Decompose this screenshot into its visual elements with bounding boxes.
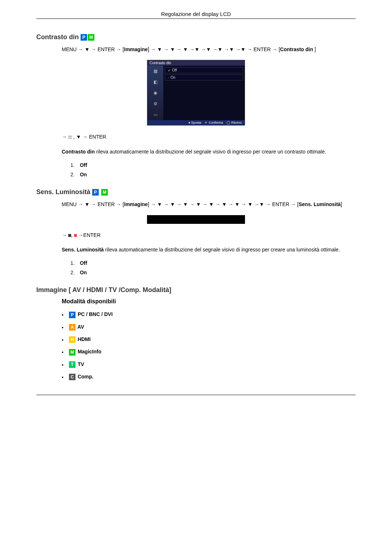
options-list-sensluminos: 1. Off 2. On bbox=[62, 260, 356, 275]
list-num: 2. bbox=[70, 172, 78, 177]
osd-foot-return: ◯ Ritorno bbox=[226, 121, 242, 124]
path-bold: Sens. Luminosità bbox=[299, 201, 341, 207]
nav-line-contrasto: → , ▼ → ENTER bbox=[62, 133, 356, 141]
badge-m-icon: M bbox=[101, 189, 108, 196]
osd-icon: ◉ bbox=[147, 87, 163, 98]
osd-icon: ⚙ bbox=[147, 98, 163, 109]
osd-footer: ♦ Sposta ↵ Conferma ◯ Ritorno bbox=[147, 120, 245, 125]
osd-main: ✔Off ▫On bbox=[163, 66, 245, 120]
badge-p-icon: P bbox=[69, 312, 75, 318]
list-num: 1. bbox=[70, 162, 78, 168]
osd-screenshot-sensluminos bbox=[36, 215, 356, 224]
nav-suffix: →ENTER bbox=[77, 232, 101, 238]
list-label: Off bbox=[80, 162, 87, 168]
desc-sensluminos: Sens. Luminosità rileva automaticamente … bbox=[62, 246, 356, 254]
page-header: Regolazione del display LCD bbox=[36, 11, 356, 19]
osd-opt-label: Off bbox=[172, 68, 177, 72]
osd-foot-move: ♦ Sposta bbox=[188, 121, 201, 124]
path-text: ] bbox=[314, 46, 316, 52]
mode-item-comp: C Comp. bbox=[62, 374, 356, 380]
mode-item-magicinfo: M MagicInfo bbox=[62, 349, 356, 355]
desc-body: rileva automaticamente la distribuzione … bbox=[104, 247, 340, 253]
section-contrasto-title: Contrasto din PM bbox=[36, 33, 356, 41]
modes-list: P PC / BNC / DVI A AV H HDMI M MagicInfo… bbox=[62, 311, 356, 380]
list-label: On bbox=[80, 270, 87, 275]
desc-prefix: Contrasto din bbox=[62, 149, 95, 155]
nav-mid: , bbox=[71, 232, 74, 238]
list-num: 1. bbox=[70, 260, 78, 266]
badge-a-icon: A bbox=[69, 324, 75, 331]
badge-t-icon: T bbox=[69, 361, 75, 368]
badge-h-icon: H bbox=[69, 336, 75, 343]
list-item: 2. On bbox=[62, 172, 356, 177]
mode-label: HDMI bbox=[76, 336, 91, 342]
menu-path-contrasto: MENU → ▼ → ENTER → [Immagine] → ▼ → ▼ → … bbox=[62, 45, 356, 53]
list-label: Off bbox=[80, 260, 87, 266]
nav-suffix: , ▼ → ENTER bbox=[72, 134, 106, 140]
path-immagine: Immagine bbox=[124, 201, 148, 207]
mode-item-pc: P PC / BNC / DVI bbox=[62, 311, 356, 318]
badge-c-icon: C bbox=[69, 374, 75, 380]
section-title-text: Contrasto din bbox=[36, 33, 79, 41]
path-text: MENU → ▼ → ENTER → [ bbox=[62, 46, 124, 52]
nav-line-sensluminos: → , →ENTER bbox=[62, 231, 356, 239]
badge-p-icon: P bbox=[92, 189, 99, 196]
osd-foot-confirm: ↵ Conferma bbox=[205, 121, 223, 124]
desc-contrasto: Contrasto din rileva automaticamente la … bbox=[62, 148, 356, 156]
osd-sidebar: ▦ ◧ ◉ ⚙ ▭ bbox=[147, 66, 163, 120]
mode-label: PC / BNC / DVI bbox=[76, 311, 113, 317]
badge-m-icon: M bbox=[69, 349, 75, 356]
check-icon: ✔ bbox=[168, 69, 171, 72]
desc-prefix: Sens. Luminosità bbox=[62, 247, 104, 253]
nav-icon bbox=[68, 136, 72, 139]
desc-body: rileva automaticamente la distribuzione … bbox=[95, 149, 326, 155]
mode-item-tv: T TV bbox=[62, 361, 356, 368]
page-title: Regolazione del display LCD bbox=[161, 11, 231, 17]
path-bold: Contrasto din bbox=[280, 46, 315, 52]
options-list-contrasto: 1. Off 2. On bbox=[62, 162, 356, 177]
list-label: On bbox=[80, 172, 87, 177]
badge-m-icon: M bbox=[88, 34, 94, 41]
mode-item-hdmi: H HDMI bbox=[62, 336, 356, 343]
section-sensluminos-title: Sens. Luminosità P M bbox=[36, 188, 356, 196]
list-num: 2. bbox=[70, 270, 78, 275]
menu-path-sensluminos: MENU → ▼ → ENTER → [Immagine] → ▼ → ▼ → … bbox=[62, 200, 356, 208]
nav-prefix: → bbox=[62, 232, 68, 238]
osd-screenshot-contrasto: Contrasto din ▦ ◧ ◉ ⚙ ▭ ✔Off ▫On ♦ Spost… bbox=[36, 60, 356, 126]
list-item: 1. Off bbox=[62, 260, 356, 266]
footer-rule bbox=[36, 395, 356, 395]
mode-item-av: A AV bbox=[62, 324, 356, 331]
osd2-footer bbox=[148, 221, 244, 222]
osd-title: Contrasto din bbox=[147, 60, 245, 66]
mode-label: Comp. bbox=[76, 374, 93, 379]
sub-heading-modalita: Modalità disponibili bbox=[62, 298, 356, 305]
square-icon bbox=[74, 234, 77, 237]
path-text: MENU → ▼ → ENTER → [ bbox=[62, 201, 124, 207]
mode-label: MagicInfo bbox=[76, 349, 101, 354]
nav-prefix: → bbox=[62, 134, 68, 140]
osd-icon: ◧ bbox=[147, 77, 163, 87]
osd-option-off: ✔Off bbox=[165, 67, 243, 73]
osd-icon: ▦ bbox=[147, 66, 163, 77]
list-item: 1. Off bbox=[62, 162, 356, 168]
section-immagine-title: Immagine [ AV / HDMI / TV /Comp. Modalit… bbox=[36, 286, 356, 294]
osd-option-on: ▫On bbox=[165, 74, 243, 81]
badge-p-icon: P bbox=[81, 34, 87, 41]
box-icon: ▫ bbox=[168, 76, 169, 79]
list-item: 2. On bbox=[62, 270, 356, 275]
path-immagine: Immagine bbox=[124, 46, 148, 52]
osd-icon: ▭ bbox=[147, 109, 163, 120]
square-icon bbox=[68, 234, 71, 237]
section-title-text: Sens. Luminosità bbox=[36, 188, 92, 196]
osd2-row bbox=[148, 217, 244, 221]
section-title-text: Immagine [ AV / HDMI / TV /Comp. Modalit… bbox=[36, 286, 171, 294]
path-text: ] → ▼ → ▼ → ▼ →▼ →▼ →▼ →▼ →▼ → ENTER → [ bbox=[148, 46, 280, 52]
path-text: ] bbox=[341, 201, 342, 207]
mode-label: AV bbox=[76, 324, 84, 330]
mode-label: TV bbox=[76, 361, 84, 367]
osd-opt-label: On bbox=[171, 75, 175, 79]
path-text: ] → ▼ → ▼ → ▼ → ▼ → ▼ → ▼ → ▼ → ▼ →▼ → E… bbox=[148, 201, 299, 207]
